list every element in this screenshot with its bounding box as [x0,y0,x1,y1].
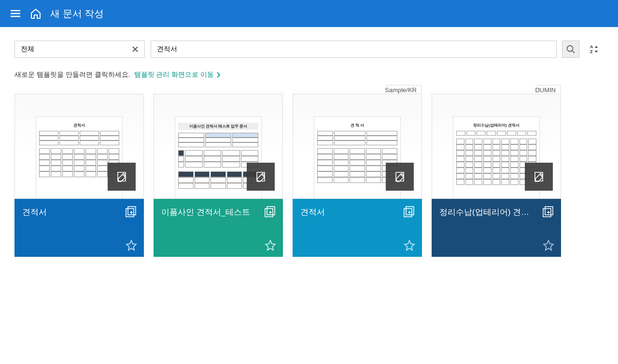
filter-dropdown[interactable]: 전체 [14,41,145,58]
template-card[interactable]: DUMIN 정리수납(업테리어) 견적서 [432,94,561,257]
svg-rect-6 [267,207,275,215]
svg-point-0 [567,46,573,52]
svg-rect-8 [406,207,414,215]
svg-rect-4 [128,207,136,215]
app-header: 새 문서 작성 [0,0,618,27]
template-preview: 견적서 [14,94,144,199]
template-card[interactable]: Sample/KR 견 적 서 [293,94,422,257]
chevron-right-icon [216,72,221,78]
template-preview: 이폼사인 견적서 테스트 업무 문서 [154,94,283,199]
card-footer: 이폼사인 견적서_테스트 [154,199,283,257]
svg-text:A: A [590,44,593,49]
favorite-icon[interactable] [126,239,137,251]
template-card[interactable]: 견적서 견적서 [14,94,144,257]
template-title: 견적서 [300,207,414,218]
edit-icon [254,170,267,183]
search-box [151,41,557,58]
toolbar: 전체 A Z [0,27,618,58]
copy-icon[interactable] [403,206,415,218]
template-manage-link[interactable]: 템플릿 관리 화면으로 이동 [134,70,221,79]
filter-value: 전체 [21,45,34,54]
search-icon [566,44,576,54]
svg-rect-10 [545,207,553,215]
template-title: 견적서 [22,207,136,218]
home-icon[interactable] [30,8,42,19]
template-tag: DUMIN [530,85,561,95]
copy-icon[interactable] [125,206,137,218]
favorite-icon[interactable] [543,239,554,251]
edit-template-button[interactable] [247,163,275,191]
edit-template-button[interactable] [386,163,414,191]
search-button[interactable] [562,41,579,58]
template-card[interactable]: 이폼사인 견적서 테스트 업무 문서 이폼사인 [154,94,283,257]
copy-icon[interactable] [542,206,554,218]
copy-icon[interactable] [264,206,276,218]
template-preview: 정리수납(업테리어) 견적서 [432,94,561,199]
favorite-icon[interactable] [265,239,276,251]
template-grid: 견적서 견적서 [0,84,618,266]
favorite-icon[interactable] [404,239,415,251]
template-preview: 견 적 서 [293,94,422,199]
card-footer: 견적서 [14,199,144,257]
card-footer: 정리수납(업테리어) 견적서 [432,199,561,257]
search-input[interactable] [157,45,550,53]
sort-button[interactable]: A Z [585,42,604,56]
page-title: 새 문서 작성 [50,7,104,20]
card-footer: 견적서 [293,199,422,257]
sort-icon: A Z [589,44,600,55]
edit-icon [115,170,128,183]
edit-icon [532,170,546,183]
edit-icon [393,170,407,183]
edit-template-button[interactable] [525,163,553,191]
menu-icon[interactable] [10,8,21,19]
template-tag: Sample/KR [379,85,422,95]
template-title: 정리수납(업테리어) 견적서 [439,207,553,218]
svg-text:Z: Z [590,49,593,54]
template-title: 이폼사인 견적서_테스트 [161,207,275,218]
hint-row: 새로운 템플릿을 만들려면 클릭하세요. 템플릿 관리 화면으로 이동 [0,58,618,84]
hint-link-label: 템플릿 관리 화면으로 이동 [134,70,214,79]
clear-filter-icon[interactable] [132,46,139,53]
edit-template-button[interactable] [108,163,136,191]
hint-text: 새로운 템플릿을 만들려면 클릭하세요. [14,70,130,79]
